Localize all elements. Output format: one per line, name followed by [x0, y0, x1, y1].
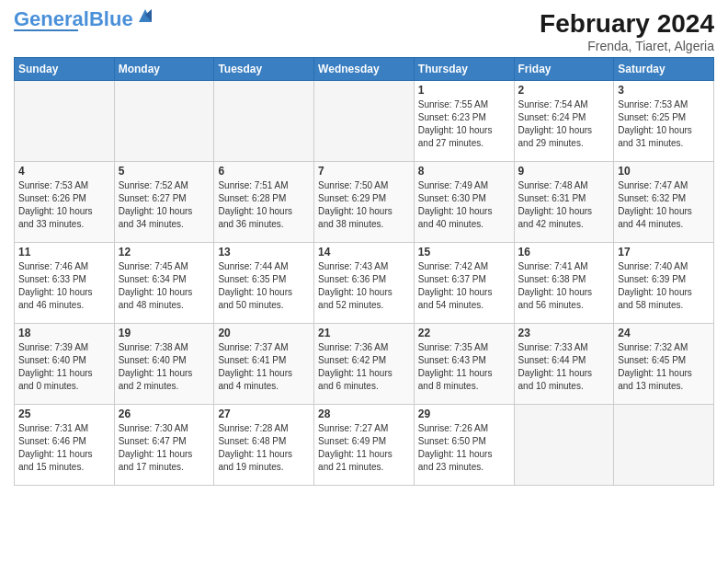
- day-number: 26: [119, 408, 210, 420]
- calendar-cell-w0-d6: 3Sunrise: 7:53 AM Sunset: 6:25 PM Daylig…: [614, 81, 714, 162]
- day-info: Sunrise: 7:48 AM Sunset: 6:31 PM Dayligh…: [518, 179, 610, 231]
- calendar-cell-w3-d2: 20Sunrise: 7:37 AM Sunset: 6:41 PM Dayli…: [214, 324, 314, 405]
- week-row-0: 1Sunrise: 7:55 AM Sunset: 6:23 PM Daylig…: [15, 81, 714, 162]
- title-area: February 2024 Frenda, Tiaret, Algeria: [540, 9, 714, 53]
- day-info: Sunrise: 7:52 AM Sunset: 6:27 PM Dayligh…: [119, 179, 210, 231]
- main-title: February 2024: [540, 9, 714, 39]
- calendar-cell-w2-d3: 14Sunrise: 7:43 AM Sunset: 6:36 PM Dayli…: [314, 243, 415, 324]
- day-number: 27: [218, 408, 310, 420]
- calendar-cell-w2-d0: 11Sunrise: 7:46 AM Sunset: 6:33 PM Dayli…: [15, 243, 115, 324]
- calendar-cell-w3-d1: 19Sunrise: 7:38 AM Sunset: 6:40 PM Dayli…: [114, 324, 214, 405]
- day-number: 3: [618, 84, 710, 97]
- day-number: 15: [418, 246, 510, 259]
- week-row-2: 11Sunrise: 7:46 AM Sunset: 6:33 PM Dayli…: [15, 243, 714, 324]
- subtitle: Frenda, Tiaret, Algeria: [540, 39, 714, 53]
- day-info: Sunrise: 7:33 AM Sunset: 6:44 PM Dayligh…: [518, 341, 610, 393]
- calendar-cell-w1-d0: 4Sunrise: 7:53 AM Sunset: 6:26 PM Daylig…: [15, 162, 115, 243]
- calendar-cell-w2-d5: 16Sunrise: 7:41 AM Sunset: 6:38 PM Dayli…: [514, 243, 614, 324]
- calendar-cell-w2-d6: 17Sunrise: 7:40 AM Sunset: 6:39 PM Dayli…: [614, 243, 714, 324]
- calendar-cell-w1-d6: 10Sunrise: 7:47 AM Sunset: 6:32 PM Dayli…: [614, 162, 714, 243]
- day-info: Sunrise: 7:38 AM Sunset: 6:40 PM Dayligh…: [119, 341, 210, 393]
- header: GeneralBlue February 2024 Frenda, Tiaret…: [14, 9, 714, 53]
- day-number: 10: [618, 165, 710, 178]
- calendar-cell-w0-d1: [114, 81, 214, 162]
- day-info: Sunrise: 7:40 AM Sunset: 6:39 PM Dayligh…: [618, 260, 710, 312]
- day-number: 16: [518, 246, 610, 259]
- day-number: 5: [119, 165, 210, 178]
- weekday-header-row: Sunday Monday Tuesday Wednesday Thursday…: [15, 58, 714, 81]
- day-number: 4: [18, 165, 110, 178]
- day-number: 2: [518, 84, 610, 97]
- calendar-cell-w3-d0: 18Sunrise: 7:39 AM Sunset: 6:40 PM Dayli…: [15, 324, 115, 405]
- header-tuesday: Tuesday: [214, 58, 314, 81]
- calendar-cell-w1-d4: 8Sunrise: 7:49 AM Sunset: 6:30 PM Daylig…: [414, 162, 514, 243]
- day-info: Sunrise: 7:36 AM Sunset: 6:42 PM Dayligh…: [318, 341, 410, 393]
- day-info: Sunrise: 7:55 AM Sunset: 6:23 PM Dayligh…: [418, 98, 510, 150]
- day-number: 6: [218, 165, 310, 178]
- day-info: Sunrise: 7:41 AM Sunset: 6:38 PM Dayligh…: [518, 260, 610, 312]
- calendar: Sunday Monday Tuesday Wednesday Thursday…: [14, 57, 714, 486]
- calendar-cell-w3-d3: 21Sunrise: 7:36 AM Sunset: 6:42 PM Dayli…: [314, 324, 415, 405]
- day-info: Sunrise: 7:51 AM Sunset: 6:28 PM Dayligh…: [218, 179, 310, 231]
- calendar-cell-w0-d4: 1Sunrise: 7:55 AM Sunset: 6:23 PM Daylig…: [414, 81, 514, 162]
- day-number: 1: [418, 84, 510, 97]
- header-wednesday: Wednesday: [314, 58, 415, 81]
- calendar-cell-w4-d0: 25Sunrise: 7:31 AM Sunset: 6:46 PM Dayli…: [15, 405, 115, 486]
- day-number: 7: [318, 165, 410, 178]
- day-info: Sunrise: 7:32 AM Sunset: 6:45 PM Dayligh…: [618, 341, 710, 393]
- header-thursday: Thursday: [414, 58, 514, 81]
- page-container: GeneralBlue February 2024 Frenda, Tiaret…: [0, 0, 728, 495]
- calendar-cell-w0-d2: [214, 81, 314, 162]
- day-number: 21: [318, 327, 410, 339]
- calendar-cell-w4-d5: [514, 405, 614, 486]
- day-info: Sunrise: 7:31 AM Sunset: 6:46 PM Dayligh…: [18, 422, 110, 474]
- calendar-cell-w2-d1: 12Sunrise: 7:45 AM Sunset: 6:34 PM Dayli…: [114, 243, 214, 324]
- calendar-cell-w4-d6: [614, 405, 714, 486]
- day-info: Sunrise: 7:50 AM Sunset: 6:29 PM Dayligh…: [318, 179, 410, 231]
- calendar-cell-w1-d5: 9Sunrise: 7:48 AM Sunset: 6:31 PM Daylig…: [514, 162, 614, 243]
- day-info: Sunrise: 7:28 AM Sunset: 6:48 PM Dayligh…: [218, 422, 310, 474]
- day-number: 28: [318, 408, 410, 420]
- day-number: 22: [418, 327, 510, 339]
- calendar-cell-w0-d0: [15, 81, 115, 162]
- day-number: 13: [218, 246, 310, 259]
- day-info: Sunrise: 7:47 AM Sunset: 6:32 PM Dayligh…: [618, 179, 710, 231]
- logo-icon: [135, 6, 155, 26]
- day-info: Sunrise: 7:42 AM Sunset: 6:37 PM Dayligh…: [418, 260, 510, 312]
- logo-blue: Blue: [89, 7, 133, 30]
- day-info: Sunrise: 7:43 AM Sunset: 6:36 PM Dayligh…: [318, 260, 410, 312]
- header-saturday: Saturday: [614, 58, 714, 81]
- header-sunday: Sunday: [15, 58, 115, 81]
- day-number: 9: [518, 165, 610, 178]
- header-monday: Monday: [114, 58, 214, 81]
- day-info: Sunrise: 7:53 AM Sunset: 6:26 PM Dayligh…: [18, 179, 110, 231]
- week-row-4: 25Sunrise: 7:31 AM Sunset: 6:46 PM Dayli…: [15, 405, 714, 486]
- calendar-cell-w3-d5: 23Sunrise: 7:33 AM Sunset: 6:44 PM Dayli…: [514, 324, 614, 405]
- week-row-1: 4Sunrise: 7:53 AM Sunset: 6:26 PM Daylig…: [15, 162, 714, 243]
- calendar-cell-w2-d2: 13Sunrise: 7:44 AM Sunset: 6:35 PM Dayli…: [214, 243, 314, 324]
- day-number: 17: [618, 246, 710, 259]
- day-number: 24: [618, 327, 710, 339]
- calendar-cell-w4-d2: 27Sunrise: 7:28 AM Sunset: 6:48 PM Dayli…: [214, 405, 314, 486]
- day-info: Sunrise: 7:26 AM Sunset: 6:50 PM Dayligh…: [418, 422, 510, 474]
- day-number: 25: [18, 408, 110, 420]
- day-number: 11: [18, 246, 110, 259]
- day-info: Sunrise: 7:39 AM Sunset: 6:40 PM Dayligh…: [18, 341, 110, 393]
- logo-text: GeneralBlue: [14, 9, 133, 29]
- day-info: Sunrise: 7:30 AM Sunset: 6:47 PM Dayligh…: [119, 422, 210, 474]
- calendar-cell-w3-d4: 22Sunrise: 7:35 AM Sunset: 6:43 PM Dayli…: [414, 324, 514, 405]
- calendar-cell-w4-d3: 28Sunrise: 7:27 AM Sunset: 6:49 PM Dayli…: [314, 405, 415, 486]
- day-info: Sunrise: 7:44 AM Sunset: 6:35 PM Dayligh…: [218, 260, 310, 312]
- day-number: 23: [518, 327, 610, 339]
- calendar-cell-w1-d2: 6Sunrise: 7:51 AM Sunset: 6:28 PM Daylig…: [214, 162, 314, 243]
- day-number: 18: [18, 327, 110, 339]
- calendar-cell-w4-d1: 26Sunrise: 7:30 AM Sunset: 6:47 PM Dayli…: [114, 405, 214, 486]
- calendar-cell-w1-d1: 5Sunrise: 7:52 AM Sunset: 6:27 PM Daylig…: [114, 162, 214, 243]
- day-info: Sunrise: 7:35 AM Sunset: 6:43 PM Dayligh…: [418, 341, 510, 393]
- day-info: Sunrise: 7:27 AM Sunset: 6:49 PM Dayligh…: [318, 422, 410, 474]
- calendar-cell-w2-d4: 15Sunrise: 7:42 AM Sunset: 6:37 PM Dayli…: [414, 243, 514, 324]
- day-number: 14: [318, 246, 410, 259]
- day-info: Sunrise: 7:54 AM Sunset: 6:24 PM Dayligh…: [518, 98, 610, 150]
- header-friday: Friday: [514, 58, 614, 81]
- day-number: 8: [418, 165, 510, 178]
